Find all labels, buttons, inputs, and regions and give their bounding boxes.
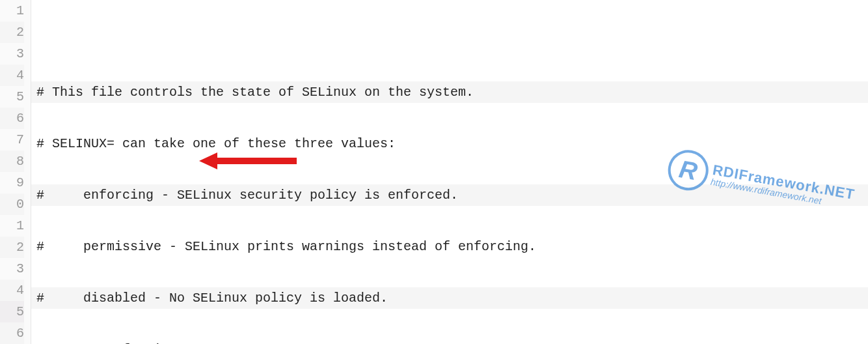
line-number: 2	[0, 236, 24, 258]
line-number: 0	[0, 194, 24, 215]
line-number: 8	[0, 150, 24, 172]
code-line: #SELINUX=enforcing	[31, 339, 868, 344]
line-number: 5	[0, 86, 24, 108]
code-line: # SELINUX= can take one of these three v…	[31, 133, 868, 154]
line-number: 2	[0, 22, 24, 43]
line-number: 6	[0, 322, 24, 344]
line-number: 4	[0, 64, 24, 86]
code-line	[31, 30, 868, 51]
svg-marker-0	[199, 152, 297, 169]
line-number: 3	[0, 43, 24, 64]
line-number: 9	[0, 172, 24, 194]
code-area[interactable]: # This file controls the state of SELinu…	[31, 0, 868, 344]
line-number: 4	[0, 280, 24, 301]
line-number: 7	[0, 129, 24, 150]
line-number: 1	[0, 0, 24, 22]
line-number-gutter: 1 2 3 4 5 6 7 8 9 0 1 2 3 4 5 6	[0, 0, 31, 344]
line-number: 6	[0, 108, 24, 129]
line-number: 5	[0, 301, 24, 322]
code-editor[interactable]: 1 2 3 4 5 6 7 8 9 0 1 2 3 4 5 6 # This f…	[0, 0, 868, 344]
line-number: 3	[0, 258, 24, 280]
line-number: 1	[0, 215, 24, 236]
code-line: # enforcing - SELinux security policy is…	[31, 184, 868, 206]
code-line: # This file controls the state of SELinu…	[31, 81, 868, 103]
code-line: # permissive - SELinux prints warnings i…	[31, 236, 868, 257]
watermark: R RDIFramework.NET http://www.rdiframewo…	[664, 147, 857, 219]
code-line: # disabled - No SELinux policy is loaded…	[31, 287, 868, 309]
